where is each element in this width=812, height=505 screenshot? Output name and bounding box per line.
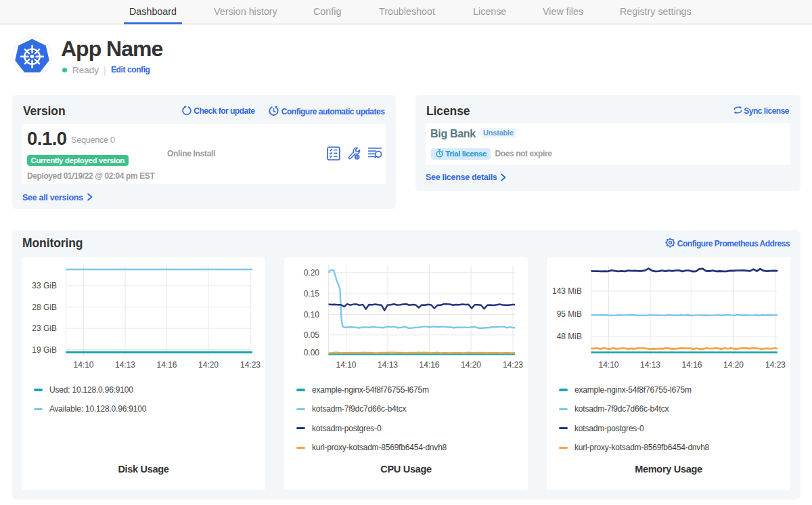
svg-text:14:16: 14:16 [419,360,439,370]
svg-text:0.10: 0.10 [304,310,320,320]
svg-text:14:23: 14:23 [765,360,786,370]
svg-text:14:20: 14:20 [198,360,219,370]
svg-text:14:13: 14:13 [640,360,660,370]
svg-text:19 GiB: 19 GiB [32,345,57,355]
svg-text:14:10: 14:10 [336,360,356,370]
svg-text:14:10: 14:10 [73,360,93,370]
svg-text:33 GiB: 33 GiB [32,281,57,290]
svg-text:14:10: 14:10 [598,360,618,370]
svg-text:14:20: 14:20 [461,360,481,370]
svg-text:48 MiB: 48 MiB [557,332,582,341]
svg-text:0.15: 0.15 [304,289,320,299]
svg-text:14:23: 14:23 [503,360,523,370]
svg-text:0.20: 0.20 [304,268,320,278]
svg-text:14:16: 14:16 [681,360,702,370]
svg-text:23 GiB: 23 GiB [32,324,57,333]
svg-text:28 GiB: 28 GiB [32,303,57,312]
svg-text:143 MiB: 143 MiB [552,286,582,296]
svg-text:95 MiB: 95 MiB [557,309,582,319]
svg-text:0.05: 0.05 [304,330,320,340]
svg-text:0.00: 0.00 [304,348,320,357]
svg-text:14:13: 14:13 [378,360,398,370]
svg-text:14:16: 14:16 [156,360,177,370]
svg-text:14:23: 14:23 [240,360,261,370]
svg-text:14:20: 14:20 [723,360,744,370]
svg-text:14:13: 14:13 [115,360,135,370]
